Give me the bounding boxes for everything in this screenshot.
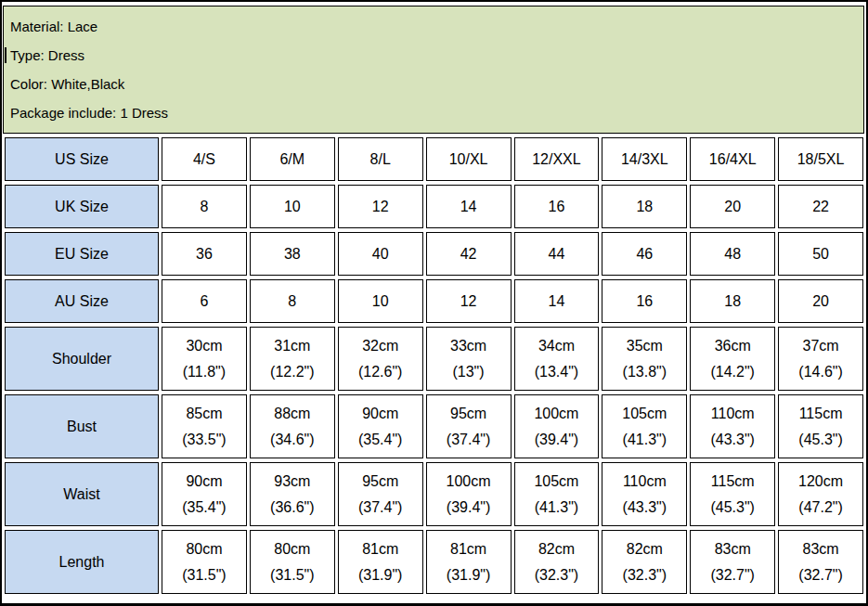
size-cell: 38 — [250, 232, 335, 276]
size-cell: 100cm(39.4") — [514, 394, 600, 458]
table-row: UK Size810121416182022 — [5, 185, 863, 228]
size-cell: 80cm(31.5") — [250, 530, 335, 594]
size-cell: 30cm(11.8") — [162, 327, 247, 391]
size-cell: 37cm(14.6") — [778, 327, 863, 391]
size-cell: 14/3XL — [602, 137, 687, 181]
size-cell: 81cm(31.9") — [338, 530, 423, 594]
size-cell: 16/4XL — [690, 137, 775, 181]
measurement-cm: 37cm — [779, 333, 862, 359]
size-cell: 95cm(37.4") — [338, 462, 423, 526]
size-cell: 6 — [162, 279, 247, 323]
size-cell: 22 — [778, 185, 863, 228]
size-cell: 16 — [514, 185, 600, 228]
size-cell: 14 — [514, 279, 600, 323]
measurement-inch: (31.9") — [339, 562, 422, 588]
measurement-inch: (32.3") — [602, 562, 686, 588]
size-cell: 110cm(43.3") — [602, 462, 687, 526]
measurement-inch: (41.3") — [515, 495, 599, 521]
row-label-au-size: AU Size — [5, 279, 159, 323]
size-cell: 8 — [250, 279, 335, 323]
measurement-cm: 90cm — [162, 469, 246, 495]
measurement-cm: 36cm — [691, 333, 774, 359]
size-cell: 50 — [778, 232, 863, 276]
size-cell: 12 — [338, 185, 423, 228]
measurement-inch: (31.9") — [427, 562, 511, 588]
measurement-cm: 81cm — [427, 536, 511, 562]
measurement-inch: (35.4") — [339, 427, 422, 453]
measurement-inch: (37.4") — [427, 427, 511, 453]
product-info-box: Material: Lace Type: Dress Color: White,… — [3, 6, 864, 134]
measurement-cm: 33cm — [427, 333, 511, 359]
measurement-cm: 30cm — [162, 333, 246, 359]
measurement-inch: (14.2") — [691, 359, 774, 385]
measurement-cm: 82cm — [602, 536, 686, 562]
measurement-cm: 80cm — [162, 536, 246, 562]
row-label-waist: Waist — [5, 462, 159, 526]
size-cell: 46 — [602, 232, 687, 276]
size-cell: 83cm(32.7") — [690, 530, 775, 594]
size-cell: 20 — [690, 185, 775, 228]
size-cell: 20 — [778, 279, 863, 323]
size-cell: 18 — [690, 279, 775, 323]
size-cell: 48 — [690, 232, 775, 276]
measurement-cm: 100cm — [427, 469, 511, 495]
measurement-cm: 110cm — [602, 469, 686, 495]
measurement-inch: (45.3") — [691, 495, 774, 521]
size-cell: 81cm(31.9") — [426, 530, 512, 594]
measurement-cm: 32cm — [339, 333, 422, 359]
measurement-inch: (31.5") — [251, 562, 334, 588]
size-cell: 31cm(12.2") — [250, 327, 335, 391]
measurement-inch: (35.4") — [162, 495, 246, 521]
text-cursor — [5, 47, 6, 63]
size-cell: 12 — [426, 279, 512, 323]
measurement-inch: (13.4") — [515, 359, 599, 385]
size-cell: 90cm(35.4") — [338, 394, 423, 458]
measurement-cm: 85cm — [162, 401, 246, 427]
measurement-cm: 95cm — [339, 469, 422, 495]
product-info-type-text: Type: Dress — [10, 47, 84, 63]
measurement-inch: (11.8") — [162, 359, 246, 385]
measurement-inch: (32.7") — [691, 562, 774, 588]
product-info-package: Package include: 1 Dress — [10, 98, 857, 127]
size-cell: 80cm(31.5") — [162, 530, 247, 594]
measurement-cm: 80cm — [251, 536, 334, 562]
table-row: US Size4/S6/M8/L10/XL12/XXL14/3XL16/4XL1… — [5, 137, 863, 181]
size-cell: 35cm(13.8") — [602, 327, 687, 391]
measurement-inch: (12.2") — [251, 359, 334, 385]
measurement-inch: (39.4") — [515, 427, 599, 453]
measurement-inch: (13") — [427, 359, 511, 385]
size-cell: 10 — [250, 185, 335, 228]
size-cell: 40 — [338, 232, 423, 276]
size-cell: 115cm(45.3") — [778, 394, 863, 458]
row-label-eu-size: EU Size — [5, 232, 159, 276]
measurement-cm: 95cm — [427, 401, 511, 427]
size-cell: 32cm(12.6") — [338, 327, 423, 391]
measurement-cm: 120cm — [779, 469, 862, 495]
size-cell: 16 — [602, 279, 687, 323]
measurement-cm: 100cm — [515, 401, 599, 427]
size-cell: 12/XXL — [514, 137, 600, 181]
row-label-uk-size: UK Size — [5, 185, 159, 228]
size-cell: 93cm(36.6") — [250, 462, 335, 526]
row-label-us-size: US Size — [5, 137, 159, 181]
size-cell: 8 — [162, 185, 247, 228]
size-cell: 36 — [162, 232, 247, 276]
measurement-cm: 34cm — [515, 333, 599, 359]
measurement-inch: (31.5") — [162, 562, 246, 588]
measurement-cm: 115cm — [691, 469, 774, 495]
measurement-inch: (39.4") — [427, 495, 511, 521]
size-cell: 82cm(32.3") — [602, 530, 687, 594]
measurement-cm: 82cm — [515, 536, 599, 562]
measurement-cm: 81cm — [339, 536, 422, 562]
size-cell: 33cm(13") — [426, 327, 512, 391]
measurement-inch: (43.3") — [691, 427, 774, 453]
size-chart-table: US Size4/S6/M8/L10/XL12/XXL14/3XL16/4XL1… — [2, 134, 866, 598]
measurement-inch: (32.3") — [515, 562, 599, 588]
size-cell: 90cm(35.4") — [162, 462, 247, 526]
size-cell: 95cm(37.4") — [426, 394, 512, 458]
size-chart-image-frame: Material: Lace Type: Dress Color: White,… — [0, 0, 868, 606]
measurement-inch: (43.3") — [602, 495, 686, 521]
measurement-cm: 110cm — [691, 401, 774, 427]
size-cell: 18/5XL — [778, 137, 863, 181]
size-cell: 100cm(39.4") — [426, 462, 512, 526]
